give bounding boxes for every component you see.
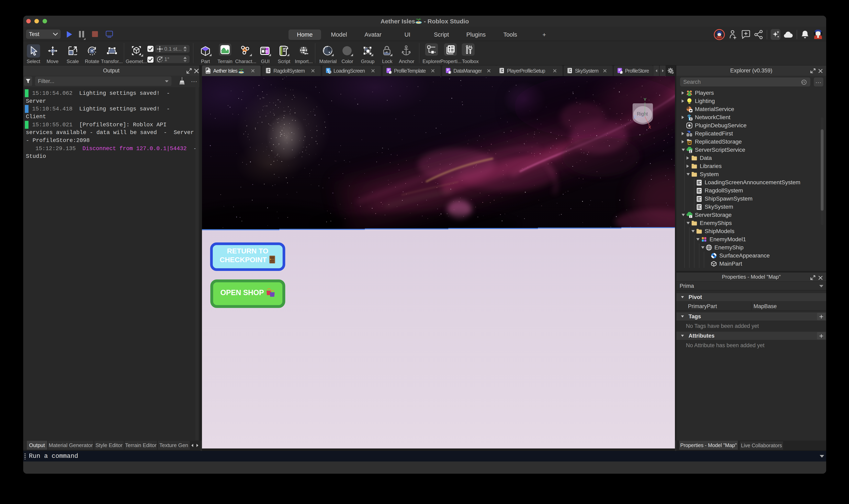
svg-text:Y: Y	[644, 97, 646, 102]
svg-text:X: X	[648, 125, 651, 129]
svg-text:Z: Z	[634, 114, 637, 119]
